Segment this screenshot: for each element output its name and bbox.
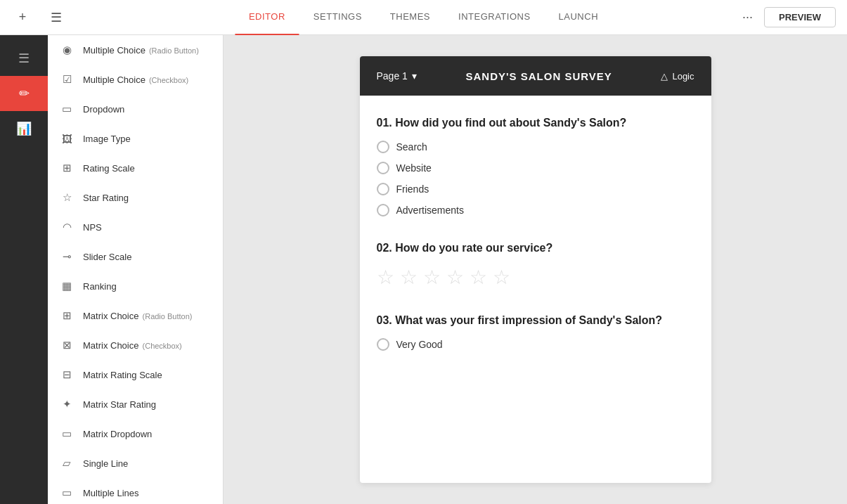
sidebar-label-slider-scale: Slider Scale <box>83 252 131 262</box>
radio-circle <box>377 141 389 153</box>
forms-icon[interactable]: ☰ <box>0 41 48 76</box>
radio-option-1-3[interactable]: Friends <box>377 183 694 195</box>
more-button[interactable]: ··· <box>742 10 753 25</box>
single-line-icon: ▱ <box>59 455 75 471</box>
radio-option-1-4[interactable]: Advertisements <box>377 204 694 217</box>
star-rating-row-2: ☆☆☆☆☆☆ <box>377 266 694 289</box>
sidebar-item-rating-scale[interactable]: ⊞Rating Scale <box>48 153 223 183</box>
option-text: Very Good <box>396 339 443 350</box>
star-2[interactable]: ☆ <box>400 266 418 289</box>
option-text: Advertisements <box>396 205 464 216</box>
analytics-icon[interactable]: 📊 <box>0 111 48 146</box>
sidebar-label-multiple-choice-checkbox: Multiple Choice <box>83 75 146 85</box>
matrix-dropdown-icon: ▭ <box>59 426 75 441</box>
sidebar-item-ranking[interactable]: ▦Ranking <box>48 271 223 301</box>
sidebar-item-multiple-choice-radio[interactable]: ◉Multiple Choice (Radio Button) <box>48 35 223 65</box>
sidebar-label-matrix-choice-checkbox: Matrix Choice <box>83 340 138 351</box>
matrix-choice-radio-icon: ⊞ <box>59 308 75 323</box>
sidebar-item-nps[interactable]: ◠NPS <box>48 212 223 242</box>
sidebar-sub-matrix-choice-radio: (Radio Button) <box>140 312 192 321</box>
dropdown-icon: ▭ <box>59 101 75 117</box>
sidebar-label-rating-scale: Rating Scale <box>83 163 135 174</box>
sidebar-label-ranking: Ranking <box>83 281 117 292</box>
sidebar-item-slider-scale[interactable]: ⊸Slider Scale <box>48 242 223 271</box>
radio-option-3-1[interactable]: Very Good <box>377 338 694 351</box>
sidebar-item-matrix-rating-scale[interactable]: ⊟Matrix Rating Scale <box>48 360 223 389</box>
add-button[interactable]: + <box>11 6 34 29</box>
main-layout: ☰✏📊 ◉Multiple Choice (Radio Button)☑Mult… <box>0 35 847 504</box>
sidebar-label-matrix-rating-scale: Matrix Rating Scale <box>83 370 162 380</box>
nav-right: ··· PREVIEW <box>742 7 836 27</box>
main-content: Page 1 ▾ SANDY'S SALON SURVEY △ Logic 01… <box>224 35 847 504</box>
sidebar-label-matrix-dropdown: Matrix Dropdown <box>83 429 152 439</box>
question-label-1: 01. How did you find out about Sandy's S… <box>377 117 694 129</box>
question-label-3: 03. What was your first impression of Sa… <box>377 314 694 327</box>
star-rating-icon: ☆ <box>59 190 75 205</box>
ranking-icon: ▦ <box>59 278 75 294</box>
sidebar-label-star-rating: Star Rating <box>83 193 129 203</box>
image-type-icon: 🖼 <box>59 131 75 146</box>
sidebar-item-matrix-choice-checkbox[interactable]: ⊠Matrix Choice (Checkbox) <box>48 330 223 360</box>
sidebar-label-image-type: Image Type <box>83 134 131 144</box>
slider-scale-icon: ⊸ <box>59 249 75 264</box>
sidebar-item-image-type[interactable]: 🖼Image Type <box>48 124 223 153</box>
question-3: 03. What was your first impression of Sa… <box>377 314 694 351</box>
component-sidebar: ◉Multiple Choice (Radio Button)☑Multiple… <box>48 35 224 504</box>
menu-button[interactable]: ☰ <box>45 6 67 29</box>
sidebar-item-matrix-choice-radio[interactable]: ⊞Matrix Choice (Radio Button) <box>48 301 223 330</box>
question-label-2: 02. How do you rate our service? <box>377 242 694 254</box>
edit-icon[interactable]: ✏ <box>0 76 48 111</box>
sidebar-label-nps: NPS <box>83 222 102 233</box>
logic-label: Logic <box>672 71 694 82</box>
option-text: Friends <box>396 183 429 195</box>
sidebar-item-matrix-dropdown[interactable]: ▭Matrix Dropdown <box>48 419 223 448</box>
star-6[interactable]: ☆ <box>493 266 510 289</box>
nav-tab-editor[interactable]: EDITOR <box>235 0 299 35</box>
star-4[interactable]: ☆ <box>446 266 464 289</box>
sidebar-label-multiple-lines: Multiple Lines <box>83 488 139 498</box>
logic-icon: △ <box>661 71 668 82</box>
preview-button[interactable]: PREVIEW <box>764 7 836 27</box>
star-5[interactable]: ☆ <box>470 266 487 289</box>
sidebar-label-matrix-choice-radio: Matrix Choice <box>83 311 138 321</box>
sidebar-label-matrix-star-rating: Matrix Star Rating <box>83 399 156 410</box>
matrix-rating-scale-icon: ⊟ <box>59 367 75 382</box>
star-3[interactable]: ☆ <box>423 266 441 289</box>
sidebar-label-multiple-choice-radio: Multiple Choice <box>83 45 146 56</box>
survey-title: SANDY'S SALON SURVEY <box>465 70 612 82</box>
sidebar-label-single-line: Single Line <box>83 458 128 469</box>
radio-option-1-1[interactable]: Search <box>377 141 694 153</box>
rating-scale-icon: ⊞ <box>59 160 75 176</box>
page-dropdown-icon: ▾ <box>412 70 417 82</box>
nav-tab-launch[interactable]: LAUNCH <box>545 0 612 35</box>
sidebar-sub-matrix-choice-checkbox: (Checkbox) <box>140 342 181 350</box>
nav-left: + ☰ <box>11 6 67 29</box>
sidebar-sub-multiple-choice-radio: (Radio Button) <box>147 46 199 55</box>
nps-icon: ◠ <box>59 219 75 235</box>
survey-container: Page 1 ▾ SANDY'S SALON SURVEY △ Logic 01… <box>360 56 711 483</box>
nav-center: EDITORSETTINGSTHEMESINTEGRATIONSLAUNCH <box>235 0 612 35</box>
nav-tab-settings[interactable]: SETTINGS <box>299 0 376 35</box>
question-1: 01. How did you find out about Sandy's S… <box>377 117 694 217</box>
question-2: 02. How do you rate our service?☆☆☆☆☆☆ <box>377 242 694 289</box>
sidebar-item-single-line[interactable]: ▱Single Line <box>48 448 223 478</box>
radio-circle <box>377 338 389 351</box>
matrix-star-rating-icon: ✦ <box>59 396 75 412</box>
star-1[interactable]: ☆ <box>377 266 394 289</box>
nav-tab-integrations[interactable]: INTEGRATIONS <box>444 0 545 35</box>
radio-option-1-2[interactable]: Website <box>377 162 694 174</box>
sidebar-item-matrix-star-rating[interactable]: ✦Matrix Star Rating <box>48 389 223 419</box>
option-text: Website <box>396 162 432 174</box>
top-nav: + ☰ EDITORSETTINGSTHEMESINTEGRATIONSLAUN… <box>0 0 847 35</box>
icon-sidebar: ☰✏📊 <box>0 35 48 504</box>
survey-header: Page 1 ▾ SANDY'S SALON SURVEY △ Logic <box>360 56 711 96</box>
sidebar-item-dropdown[interactable]: ▭Dropdown <box>48 94 223 124</box>
sidebar-item-star-rating[interactable]: ☆Star Rating <box>48 183 223 212</box>
multiple-choice-radio-icon: ◉ <box>59 42 75 58</box>
survey-page-selector[interactable]: Page 1 ▾ <box>377 70 417 82</box>
sidebar-item-multiple-lines[interactable]: ▭Multiple Lines <box>48 478 223 504</box>
logic-button[interactable]: △ Logic <box>661 71 694 82</box>
nav-tab-themes[interactable]: THEMES <box>376 0 444 35</box>
sidebar-item-multiple-choice-checkbox[interactable]: ☑Multiple Choice (Checkbox) <box>48 65 223 94</box>
radio-circle <box>377 183 389 195</box>
